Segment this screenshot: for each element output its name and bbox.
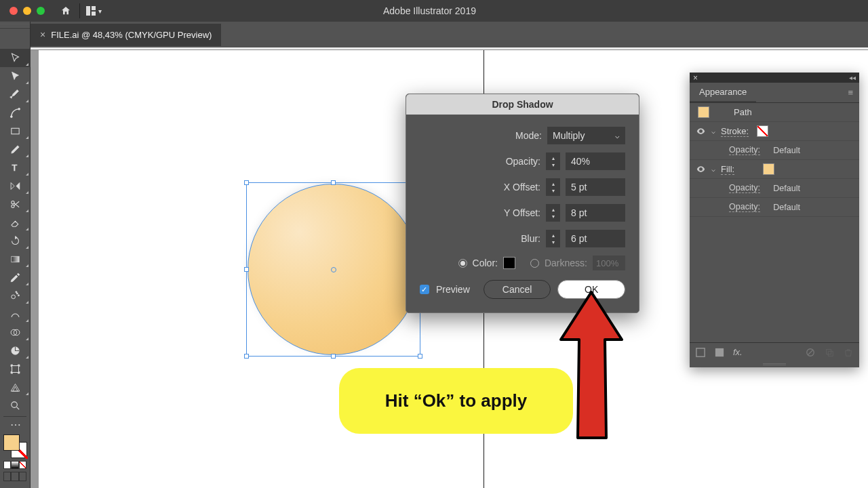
stroke-opacity-row[interactable]: Opacity: Default [690,141,859,160]
close-window-icon[interactable] [9,7,18,15]
delete-item-icon[interactable] [843,347,854,358]
stroke-row[interactable]: ⌵ Stroke: [690,122,859,141]
collapse-icon[interactable]: ⌵ [711,127,715,135]
paintbrush-tool[interactable] [0,140,31,159]
arrange-documents-button[interactable]: ▾ [86,3,106,18]
appearance-object-row[interactable]: Path [690,103,859,122]
collapse-icon[interactable]: ⌵ [711,165,715,173]
mode-value: Multiply [553,130,585,141]
close-panel-icon[interactable]: × [693,73,698,83]
panel-resize-grip[interactable] [690,361,859,367]
resize-handle[interactable] [244,267,249,272]
resize-handle[interactable] [418,354,422,359]
dialog-title[interactable]: Drop Shadow [406,94,639,115]
minimize-window-icon[interactable] [23,7,31,15]
darkness-radio[interactable] [530,259,539,268]
panel-menu-icon[interactable]: ≡ [848,87,854,98]
yoffset-field[interactable]: 8 pt [566,204,625,222]
opacity-label[interactable]: Opacity: [729,145,760,155]
fill-swatch-icon[interactable] [763,163,774,175]
preview-checkbox[interactable]: ✓ [420,285,429,294]
selection-bounding-box[interactable] [246,182,420,357]
window-controls [0,7,54,15]
canvas-pasteboard-left[interactable] [39,50,87,488]
add-stroke-icon[interactable] [695,347,706,358]
clear-appearance-icon[interactable] [805,347,816,358]
preview-label: Preview [436,284,470,295]
panel-grip[interactable] [0,22,30,28]
shaper-tool[interactable] [0,305,31,323]
graph-tool[interactable] [0,342,31,360]
title-bar: ▾ Adobe Illustrator 2019 [0,0,868,22]
document-tab-label: FILE.ai @ 48,43% (CMYK/GPU Preview) [51,30,212,40]
resize-handle[interactable] [331,180,336,185]
blur-stepper[interactable]: ▴▾ [546,230,560,247]
curvature-tool[interactable] [0,104,31,122]
add-effect-button[interactable]: fx. [733,347,743,357]
appearance-tab[interactable]: Appearance [690,83,756,102]
svg-rect-21 [827,349,831,354]
visibility-icon[interactable] [695,126,706,137]
duplicate-item-icon[interactable] [824,347,835,358]
xoffset-stepper[interactable]: ▴▾ [546,178,560,196]
type-tool[interactable]: T [0,159,31,177]
stroke-label[interactable]: Stroke: [721,126,749,137]
eraser-tool[interactable] [0,214,31,232]
panel-header[interactable]: × ◂◂ [690,73,859,83]
fill-opacity-row[interactable]: Opacity: Default [690,179,859,198]
selection-tool[interactable] [0,49,31,67]
visibility-icon[interactable] [695,164,706,175]
fill-stroke-swatch[interactable] [3,434,27,458]
rotate-tool[interactable] [0,232,31,250]
opacity-value: Default [773,184,800,193]
yoffset-stepper[interactable]: ▴▾ [546,204,560,222]
color-mode-row[interactable] [3,461,26,469]
pen-tool[interactable] [0,85,31,104]
cancel-button[interactable]: Cancel [484,280,551,299]
chevron-down-icon: ▾ [98,7,102,15]
draw-mode-row[interactable] [3,472,26,481]
blur-field[interactable]: 6 pt [566,230,625,247]
scissors-tool[interactable] [0,195,31,214]
rectangle-tool[interactable] [0,122,31,140]
edit-toolbar-button[interactable]: ⋯ [0,418,31,430]
mode-select[interactable]: Multiply ⌵ [547,127,625,144]
document-tab-bar: × FILE.ai @ 48,43% (CMYK/GPU Preview) [31,22,868,47]
direct-selection-tool[interactable] [0,67,31,85]
collapse-panel-icon[interactable]: ◂◂ [849,74,856,81]
close-tab-icon[interactable]: × [40,29,45,40]
svg-point-10 [12,295,16,299]
shape-builder-tool[interactable] [0,323,31,342]
opacity-label[interactable]: Opacity: [729,183,760,193]
eyedropper-tool[interactable] [0,268,31,287]
resize-handle[interactable] [244,180,249,185]
fill-row[interactable]: ⌵ Fill: [690,160,859,179]
opacity-field[interactable]: 40% [566,152,625,170]
resize-handle[interactable] [331,354,336,359]
document-tab[interactable]: × FILE.ai @ 48,43% (CMYK/GPU Preview) [31,24,221,46]
artboard-tool[interactable] [0,360,31,378]
stroke-swatch-icon[interactable] [757,125,768,137]
opacity-stepper[interactable]: ▴▾ [546,152,560,170]
xoffset-label: X Offset: [504,182,540,192]
opacity-label[interactable]: Opacity: [729,202,760,212]
gradient-tool[interactable] [0,250,31,268]
zoom-tool[interactable] [0,396,31,415]
home-icon[interactable] [58,3,73,18]
add-fill-icon[interactable] [714,347,725,358]
fill-swatch-icon[interactable] [3,434,20,451]
color-radio[interactable] [458,259,467,268]
fill-label[interactable]: Fill: [721,164,734,175]
perspective-grid-tool[interactable] [0,378,31,396]
maximize-window-icon[interactable] [37,7,45,15]
svg-text:T: T [12,163,18,173]
xoffset-field[interactable]: 5 pt [566,178,625,196]
darkness-field: 100% [593,256,625,270]
color-chip[interactable] [503,257,515,269]
symbol-sprayer-tool[interactable] [0,287,31,305]
resize-handle[interactable] [244,354,249,359]
reflect-tool[interactable] [0,177,31,195]
object-opacity-row[interactable]: Opacity: Default [690,198,859,217]
svg-point-8 [12,205,14,207]
object-type-label: Path [734,107,752,117]
